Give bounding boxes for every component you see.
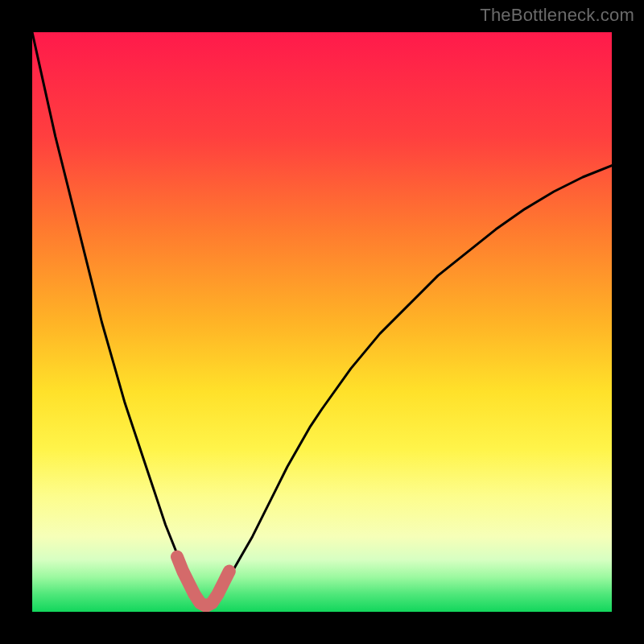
watermark-text: TheBottleneck.com	[480, 5, 634, 26]
plot-area	[32, 32, 612, 612]
marker-band	[177, 557, 229, 606]
curve-right	[206, 166, 612, 606]
curve-svg	[32, 32, 612, 612]
chart-frame: TheBottleneck.com	[0, 0, 644, 644]
curve-left	[32, 32, 206, 606]
